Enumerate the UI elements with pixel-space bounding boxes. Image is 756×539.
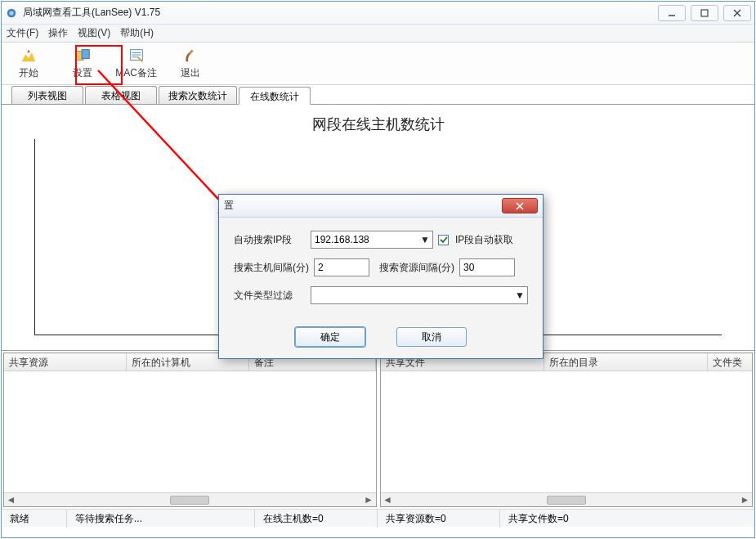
svg-rect-7 — [82, 50, 89, 59]
tab-search-count[interactable]: 搜索次数统计 — [159, 86, 237, 104]
maximize-button[interactable] — [691, 5, 718, 21]
status-online: 在线主机数=0 — [255, 510, 378, 528]
titlebar: 局域网查看工具(LanSee) V1.75 — [2, 2, 754, 25]
toolbar: 开始 设置 MAC备注 退出 — [2, 43, 754, 85]
menubar: 文件(F) 操作 视图(V) 帮助(H) — [2, 25, 754, 43]
settings-button[interactable]: 设置 — [56, 43, 110, 84]
start-button[interactable]: 开始 — [2, 43, 56, 84]
dialog-buttons: 确定 取消 — [219, 322, 543, 358]
label-ip-auto-get: IP段自动获取 — [455, 233, 513, 247]
res-interval-input[interactable] — [459, 258, 515, 276]
dialog-title: 置 — [224, 199, 502, 213]
tabs-row: 列表视图 表格视图 搜索次数统计 在线数统计 — [2, 85, 754, 105]
menu-view[interactable]: 视图(V) — [78, 26, 110, 40]
label-res-interval: 搜索资源间隔(分) — [379, 261, 454, 275]
dialog-close-button[interactable] — [502, 198, 538, 213]
col-share-res[interactable]: 共享资源 — [4, 353, 127, 371]
status-share-file: 共享文件数=0 — [500, 510, 623, 528]
window-controls — [658, 5, 751, 21]
exit-button[interactable]: 退出 — [163, 43, 217, 84]
mac-remark-icon — [127, 47, 145, 65]
host-interval-input[interactable] — [314, 258, 369, 276]
label-host-interval: 搜索主机间隔(分) — [234, 261, 309, 275]
panel-shared-files: 共享文件 所在的目录 文件类 ◄ ► — [380, 353, 754, 507]
panel-left-body — [4, 371, 376, 492]
ip-segment-combo[interactable]: 192.168.138 ▼ — [311, 231, 433, 249]
panel-right-body — [381, 371, 753, 492]
menu-operate[interactable]: 操作 — [48, 26, 68, 40]
status-ready: 就绪 — [2, 510, 67, 528]
app-icon — [5, 7, 18, 20]
statusbar: 就绪 等待搜索任务... 在线主机数=0 共享资源数=0 共享文件数=0 — [2, 509, 754, 527]
svg-rect-3 — [701, 10, 708, 16]
menu-help[interactable]: 帮助(H) — [120, 26, 154, 40]
close-button[interactable] — [723, 5, 751, 21]
settings-icon — [74, 47, 92, 65]
cancel-button[interactable]: 取消 — [396, 327, 467, 347]
tab-online-count[interactable]: 在线数统计 — [239, 87, 311, 105]
tab-list-view[interactable]: 列表视图 — [11, 86, 83, 104]
file-filter-combo[interactable]: ▼ — [311, 286, 528, 304]
col-directory[interactable]: 所在的目录 — [544, 353, 708, 371]
start-icon — [20, 47, 38, 65]
ok-button[interactable]: 确定 — [295, 327, 365, 347]
dialog-titlebar[interactable]: 置 — [219, 195, 543, 218]
panel-left-scrollbar[interactable]: ◄ ► — [4, 492, 376, 506]
chart-title: 网段在线主机数统计 — [26, 115, 730, 134]
tab-grid-view[interactable]: 表格视图 — [85, 86, 157, 104]
scroll-left-icon: ◄ — [4, 494, 18, 506]
settings-dialog: 置 自动搜索IP段 192.168.138 ▼ IP段自动获取 搜索主机间隔(分… — [218, 194, 544, 359]
lower-panels: 共享资源 所在的计算机 备注 ◄ ► 共享文件 所在的目录 文件类 ◄ ► — [2, 350, 754, 509]
exit-icon — [181, 47, 199, 65]
dropdown-icon[interactable]: ▼ — [419, 233, 431, 246]
panel-shared-resources: 共享资源 所在的计算机 备注 ◄ ► — [3, 353, 377, 507]
ip-auto-checkbox[interactable] — [438, 235, 449, 245]
scroll-left-icon: ◄ — [381, 494, 395, 506]
dropdown-icon[interactable]: ▼ — [514, 289, 526, 302]
label-file-filter: 文件类型过滤 — [234, 289, 306, 303]
main-window: 局域网查看工具(LanSee) V1.75 文件(F) 操作 视图(V) 帮助(… — [1, 1, 755, 538]
panel-right-scrollbar[interactable]: ◄ ► — [381, 492, 753, 506]
scroll-right-icon: ► — [362, 494, 376, 506]
scroll-thumb[interactable] — [170, 496, 209, 505]
ip-segment-value: 192.168.138 — [315, 234, 369, 245]
scroll-right-icon: ► — [738, 494, 752, 506]
scroll-thumb[interactable] — [547, 496, 586, 505]
col-file-type[interactable]: 文件类 — [708, 353, 753, 371]
status-waiting: 等待搜索任务... — [67, 510, 255, 528]
minimize-button[interactable] — [658, 5, 686, 21]
svg-point-1 — [9, 11, 13, 15]
label-auto-search-ip: 自动搜索IP段 — [234, 233, 306, 247]
window-title: 局域网查看工具(LanSee) V1.75 — [23, 6, 658, 20]
menu-file[interactable]: 文件(F) — [7, 26, 38, 40]
dialog-body: 自动搜索IP段 192.168.138 ▼ IP段自动获取 搜索主机间隔(分) … — [219, 218, 543, 322]
mac-remark-button[interactable]: MAC备注 — [110, 43, 163, 84]
status-share-res: 共享资源数=0 — [378, 510, 500, 528]
